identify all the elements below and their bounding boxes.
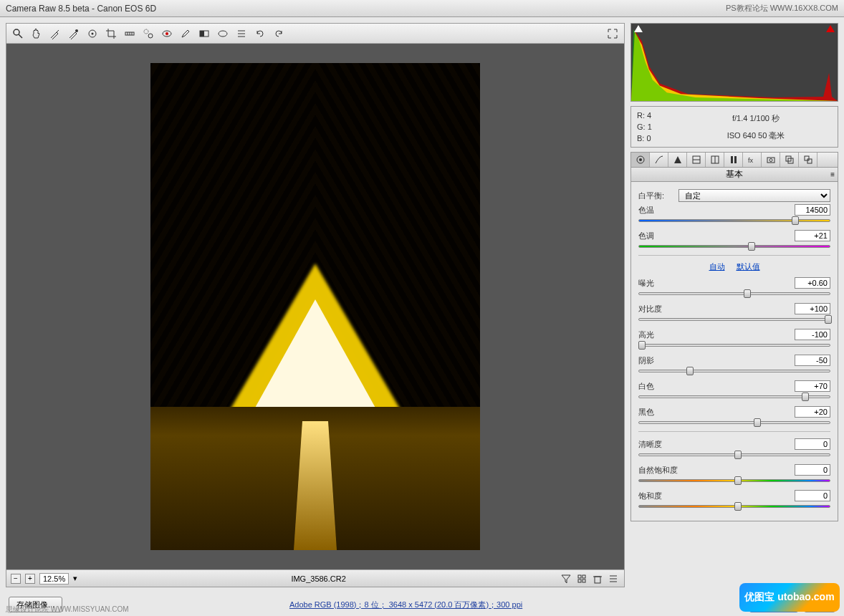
tab-curve[interactable] <box>650 153 668 167</box>
contrast-slider[interactable] <box>638 317 830 322</box>
zoom-level[interactable]: 12.5% <box>39 573 69 584</box>
highlights-thumb[interactable] <box>638 341 646 350</box>
tab-hsl[interactable] <box>687 153 706 167</box>
rating-icon[interactable] <box>575 572 588 585</box>
clarity-slider[interactable] <box>638 452 830 458</box>
blacks-value[interactable] <box>795 406 830 418</box>
tab-camera[interactable] <box>762 153 780 167</box>
hand-tool-icon[interactable] <box>29 27 44 41</box>
contrast-thumb[interactable] <box>825 315 832 324</box>
trash-icon[interactable] <box>591 572 604 585</box>
panel-title: 基本 <box>726 168 743 181</box>
filmstrip-icon[interactable] <box>607 572 620 585</box>
exposure-value[interactable] <box>795 277 830 289</box>
blacks-thumb[interactable] <box>754 418 761 427</box>
toolbar <box>6 24 624 44</box>
zoom-tool-icon[interactable] <box>11 27 25 41</box>
shadow-clip-icon[interactable] <box>634 25 643 32</box>
tab-split[interactable] <box>706 153 724 167</box>
highlights-value[interactable] <box>795 329 830 340</box>
panel-title-bar: 基本 ≡ <box>630 168 838 182</box>
svg-rect-20 <box>582 575 585 578</box>
tab-fx[interactable]: fx <box>743 153 762 167</box>
temp-value[interactable] <box>795 204 830 216</box>
svg-text:fx: fx <box>748 157 754 164</box>
tab-presets[interactable] <box>780 153 799 167</box>
saturation-value[interactable] <box>795 490 830 501</box>
prefs-icon[interactable] <box>234 27 249 41</box>
wb-select[interactable]: 自定 <box>678 189 830 202</box>
svg-point-38 <box>769 159 772 162</box>
brush-tool-icon[interactable] <box>178 27 193 41</box>
tab-lens[interactable] <box>724 153 743 167</box>
panel-menu-icon[interactable]: ≡ <box>830 170 835 178</box>
shadows-value[interactable] <box>795 355 830 366</box>
rotate-ccw-icon[interactable] <box>253 27 267 41</box>
g-value: 1 <box>648 122 652 131</box>
whites-thumb[interactable] <box>802 393 809 401</box>
spot-removal-icon[interactable] <box>141 27 155 41</box>
svg-rect-42 <box>807 159 812 163</box>
histogram[interactable] <box>630 23 838 102</box>
bottom-credit: 思缘设计论坛 WWW.MISSYUAN.COM <box>6 605 129 615</box>
shadows-thumb[interactable] <box>686 367 694 375</box>
clarity-label: 清晰度 <box>638 439 795 450</box>
tab-basic[interactable] <box>631 153 650 167</box>
gradient-tool-icon[interactable] <box>197 27 211 41</box>
vibrance-value[interactable] <box>795 464 830 476</box>
svg-point-9 <box>144 29 148 34</box>
highlights-slider[interactable] <box>638 342 830 348</box>
straighten-tool-icon[interactable] <box>123 27 137 41</box>
redeye-tool-icon[interactable] <box>160 27 174 41</box>
exposure-thumb[interactable] <box>744 289 751 298</box>
tint-thumb[interactable] <box>748 242 755 251</box>
filename: IMG_3586.CR2 <box>82 574 555 583</box>
svg-rect-21 <box>578 579 581 582</box>
exposure-slider[interactable] <box>638 291 830 297</box>
wb-tool-icon[interactable] <box>48 27 62 41</box>
tint-label: 色调 <box>638 231 795 241</box>
tint-value[interactable] <box>795 230 830 241</box>
metadata-panel: R: 4 G: 1 B: 0 f/1.4 1/100 秒 ISO 640 50 … <box>630 106 838 148</box>
vibrance-slider[interactable] <box>638 478 830 483</box>
auto-link[interactable]: 自动 <box>709 262 725 271</box>
r-value: 4 <box>647 111 651 120</box>
tab-detail[interactable] <box>668 153 687 167</box>
rotate-cw-icon[interactable] <box>272 27 286 41</box>
watermark: 优图宝 utobao.com <box>739 583 840 612</box>
fullscreen-icon[interactable] <box>605 27 620 41</box>
svg-rect-22 <box>582 579 585 582</box>
image-preview[interactable] <box>6 44 624 569</box>
zoom-out-button[interactable]: − <box>11 574 21 584</box>
shadows-slider[interactable] <box>638 368 830 374</box>
temp-slider[interactable] <box>638 218 830 223</box>
temp-thumb[interactable] <box>792 216 799 225</box>
saturation-slider[interactable] <box>638 504 830 509</box>
clarity-value[interactable] <box>795 438 830 450</box>
camera-raw-window: Camera Raw 8.5 beta - Canon EOS 6D PS教程论… <box>0 0 844 616</box>
workflow-info[interactable]: Adobe RGB (1998)；8 位； 3648 x 5472 (20.0 … <box>68 600 744 610</box>
tab-snapshots[interactable] <box>799 153 817 167</box>
target-adjust-icon[interactable] <box>85 27 100 41</box>
clarity-thumb[interactable] <box>734 451 742 459</box>
blacks-slider[interactable] <box>638 420 830 425</box>
contrast-value[interactable] <box>795 303 830 314</box>
zoom-dropdown-icon[interactable]: ▾ <box>73 574 77 583</box>
zoom-in-button[interactable]: + <box>25 574 35 584</box>
default-link[interactable]: 默认值 <box>737 262 760 271</box>
vibrance-thumb[interactable] <box>734 476 742 485</box>
whites-value[interactable] <box>795 380 830 392</box>
filter-icon[interactable] <box>560 572 572 585</box>
highlight-clip-icon[interactable] <box>826 25 835 32</box>
whites-slider[interactable] <box>638 394 830 400</box>
crop-tool-icon[interactable] <box>104 27 118 41</box>
window-title: Camera Raw 8.5 beta - Canon EOS 6D <box>6 4 156 14</box>
basic-panel: 白平衡: 自定 色温 色调 自动默认值 曝光 对比度 <box>630 182 838 521</box>
saturation-thumb[interactable] <box>734 502 742 511</box>
radial-tool-icon[interactable] <box>216 27 230 41</box>
color-sampler-icon[interactable] <box>67 27 81 41</box>
slider-tint: 色调 <box>638 229 830 249</box>
preview-image <box>150 63 480 550</box>
temp-label: 色温 <box>638 205 795 216</box>
tint-slider[interactable] <box>638 244 830 249</box>
